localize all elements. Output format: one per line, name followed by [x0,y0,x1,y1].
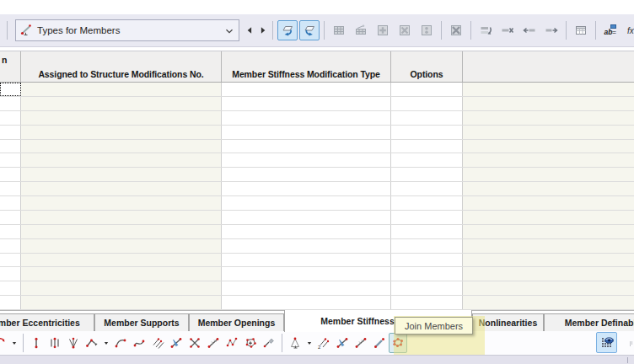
cell[interactable] [391,97,463,110]
cell[interactable] [0,140,21,153]
parallel-members-button[interactable] [148,333,167,353]
cell[interactable] [0,111,21,125]
cell[interactable] [21,168,222,181]
cell[interactable] [222,296,391,309]
tab-member-eccentricities[interactable]: Member Eccentricities [0,313,94,331]
polyline-members-button[interactable] [83,333,101,353]
delete-row-button[interactable] [497,20,518,40]
generate-plus-button[interactable] [373,20,393,40]
cell[interactable] [463,83,634,96]
column-header-col-left-truncated[interactable]: n [0,51,21,82]
divide-member-points-button[interactable] [204,333,223,353]
cell[interactable] [463,296,634,309]
cell[interactable] [21,97,222,110]
cell[interactable] [21,153,222,167]
table-selector-combobox[interactable]: Types for Members [15,19,239,41]
cell[interactable] [222,196,391,210]
cell[interactable] [391,267,463,281]
member-orientation-button[interactable] [286,333,304,353]
cell[interactable] [391,126,463,139]
column-header-col-member-stiffness-modification-type[interactable]: Member Stiffness Modification Type [222,51,391,82]
cell[interactable] [463,281,634,295]
insert-row-button[interactable] [476,20,496,40]
move-row-right-button[interactable] [541,20,561,40]
member-fan-button[interactable] [64,333,83,353]
cell[interactable] [222,182,391,195]
cell[interactable] [21,281,222,295]
cell[interactable] [0,254,21,267]
cell[interactable] [0,239,21,253]
cell[interactable] [21,111,222,125]
cell[interactable] [222,111,391,125]
cell[interactable] [21,225,222,238]
trim-members-button[interactable] [333,333,352,353]
cell[interactable] [222,225,391,238]
cell[interactable] [222,153,391,167]
cell[interactable] [391,83,463,96]
merge-members-button[interactable] [223,333,241,353]
cell[interactable] [222,239,391,253]
cell[interactable] [222,97,391,110]
cell[interactable] [21,254,222,267]
cell[interactable] [0,182,21,195]
cell[interactable] [0,281,21,295]
cell[interactable] [21,140,222,153]
new-member-dropdown[interactable] [9,333,19,353]
cell[interactable] [391,211,463,224]
cell[interactable] [463,126,634,139]
cell[interactable] [21,296,222,309]
cell[interactable] [391,153,463,167]
cell[interactable] [222,211,391,224]
formula-button[interactable]: fx [622,20,634,40]
cell[interactable] [463,225,634,238]
cell[interactable] [0,153,21,167]
cell[interactable] [222,140,391,153]
previous-table-button[interactable] [244,20,256,40]
double-members-button[interactable]: 2 [314,333,333,353]
member-orientation-dropdown[interactable] [304,333,314,353]
cell[interactable] [463,182,634,195]
numbering-visibility-toggle[interactable] [596,332,617,353]
column-header-col-assigned-to-structure-modifications[interactable]: Assigned to Structure Modifications No. [21,51,222,82]
cell[interactable] [391,196,463,210]
move-row-left-button[interactable] [519,20,540,40]
cell[interactable] [463,211,634,224]
join-members-button[interactable] [389,333,407,353]
cell[interactable] [391,254,463,267]
cell[interactable] [0,126,21,139]
cell[interactable] [391,296,463,309]
divide-member-button[interactable] [167,333,185,353]
cell[interactable] [391,111,463,125]
cell[interactable] [222,254,391,267]
cell[interactable] [0,168,21,181]
cell[interactable] [21,211,222,224]
cell[interactable] [21,267,222,281]
cell[interactable] [222,267,391,281]
continuous-members-button[interactable] [46,333,64,353]
export-table-button[interactable] [351,20,371,40]
tab-member-openings[interactable]: Member Openings [189,313,284,331]
cell[interactable] [21,239,222,253]
column-header-col-options[interactable]: Options [391,51,463,82]
cell[interactable] [0,211,21,224]
cell[interactable] [21,83,222,96]
cell[interactable] [391,140,463,153]
cell[interactable] [463,111,634,125]
cell[interactable] [463,140,634,153]
cross-members-button[interactable] [185,333,204,353]
tab-nonlinearities[interactable]: Nonlinearities [472,313,544,331]
sync-selection-graphic-button[interactable] [277,20,298,40]
assign-member-type-button[interactable] [260,333,278,353]
cell[interactable] [391,225,463,238]
pick-in-graphic-button[interactable] [299,20,320,40]
tab-member-supports[interactable]: Member Supports [94,313,189,331]
cell[interactable] [0,97,21,110]
table-settings-button[interactable] [571,20,591,40]
delete-table-content-button[interactable] [446,20,466,40]
cell[interactable] [391,182,463,195]
cell[interactable] [391,168,463,181]
generate-cross-button[interactable] [395,20,415,40]
edit-member-button[interactable] [370,333,389,353]
tab-member-definable[interactable]: Member Definable [544,313,634,331]
cell[interactable] [463,196,634,210]
